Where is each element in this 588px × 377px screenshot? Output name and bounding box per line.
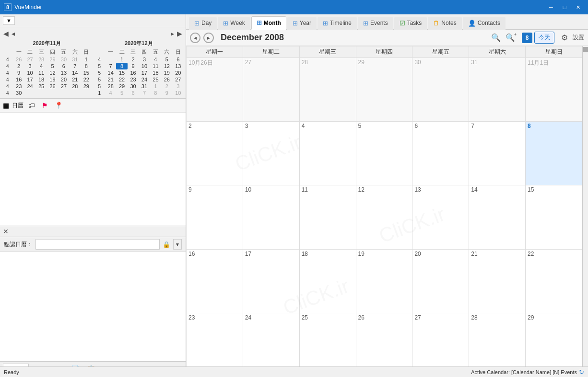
- calendar-title: December 2008: [221, 33, 284, 43]
- sidebar-close-btn[interactable]: ✕: [3, 228, 9, 235]
- week-num-header: [2, 48, 13, 56]
- day-tab-icon: ⊞: [194, 20, 200, 27]
- dow-fri: 五: [58, 48, 69, 56]
- col-sat: 星期六: [469, 46, 526, 58]
- calendar-area-inner: 星期一 星期二 星期三 星期四 星期五 星期六 星期日: [186, 46, 588, 377]
- minimize-button[interactable]: ─: [545, 2, 557, 12]
- table-row: 10月26日 27 28 29 30 31 11月1日: [187, 58, 582, 122]
- settings-btn[interactable]: ⚙: [560, 32, 569, 43]
- tab-timeline[interactable]: ⊞ Timeline: [318, 17, 357, 30]
- tasks-tab-label: Tasks: [407, 20, 422, 26]
- tasks-tab-icon: ☑: [400, 20, 405, 27]
- table-row: 9 10 11 12 13 14 15: [187, 185, 582, 249]
- tab-year[interactable]: ⊞ Year: [287, 17, 317, 30]
- tag-btn[interactable]: 🏷: [26, 101, 37, 110]
- zoom-in-btn[interactable]: 🔍+: [505, 32, 516, 43]
- mini-calendar-right: 2020年12月 一 二 三 四 五 六 日: [94, 40, 184, 96]
- week-tab-icon: ⊞: [223, 20, 228, 27]
- default-calendar-bar: 點認日曆： 🔒 ▼: [0, 237, 186, 251]
- notes-tab-icon: 🗒: [433, 20, 439, 27]
- month-tab-icon: ⊞: [257, 19, 262, 26]
- location-btn[interactable]: 📍: [53, 101, 65, 110]
- tab-bar: ⊞ Day ⊞ Week ⊞ Month ⊞ Year ⊞ Timeline ⊞…: [186, 14, 588, 30]
- default-cal-label: 點認日曆：: [4, 240, 33, 249]
- zoom-out-btn[interactable]: 🔍: [490, 32, 502, 43]
- statusbar-right-text: Active Calendar: [Calendar Name] [N] Eve…: [471, 369, 577, 375]
- app-title: VueMinder: [14, 4, 545, 11]
- cal-nav-prev-circle[interactable]: ◂: [190, 33, 200, 43]
- dow-mon: 一: [13, 48, 24, 56]
- dow-wed: 三: [35, 48, 47, 56]
- col-tue: 星期二: [243, 46, 299, 58]
- calendar-grid-icon: ▦: [3, 102, 9, 109]
- nav-next-btn[interactable]: ▸: [169, 29, 176, 38]
- contacts-tab-icon: 👤: [468, 20, 476, 27]
- tab-day[interactable]: ⊞ Day: [189, 17, 217, 30]
- titlebar: 8 VueMinder ─ □ ✕: [0, 0, 588, 14]
- week-tab-label: Week: [230, 20, 245, 26]
- calendar-main-list: [0, 251, 186, 361]
- events-tab-label: Events: [370, 20, 388, 26]
- cal-dropdown-btn[interactable]: ▼: [173, 239, 182, 250]
- sidebar-dropdown-btn[interactable]: ▼: [3, 16, 15, 25]
- year-tab-label: Year: [300, 20, 311, 26]
- tab-month[interactable]: ⊞ Month: [251, 16, 286, 30]
- calendar-wrapper: 星期一 星期二 星期三 星期四 星期五 星期六 星期日: [186, 46, 582, 377]
- today-num-badge: 8: [522, 33, 532, 43]
- maximize-button[interactable]: □: [558, 2, 571, 12]
- calendar-list-area: [0, 112, 186, 226]
- calendar-toolbar: ◂ ▸ December 2008 🔍 🔍+ 8 今天 ⚙ 設置: [186, 30, 588, 46]
- calendar-list-toolbar: ▦ 日曆 🏷 ⚑ 📍: [0, 98, 186, 112]
- nav-prev-prev-btn[interactable]: ◀: [2, 29, 10, 38]
- table-row: 2 3 4 5 6 7 8: [187, 122, 582, 185]
- mini-calendar-left: 2020年11月 一 二 三 四 五 六 日: [2, 40, 92, 96]
- app-icon: 8: [4, 3, 12, 11]
- statusbar: Ready Active Calendar: [Calendar Name] […: [0, 366, 588, 377]
- month-tab-label: Month: [264, 20, 281, 26]
- notes-tab-label: Notes: [441, 20, 456, 26]
- col-wed: 星期三: [299, 46, 356, 58]
- timeline-tab-label: Timeline: [330, 20, 352, 26]
- cal-nav-next-circle[interactable]: ▸: [203, 33, 214, 43]
- nav-next-next-btn[interactable]: ▶: [176, 29, 184, 38]
- today-btn[interactable]: 今天: [534, 32, 554, 44]
- table-row: 16 17 18 19 20 21 22: [187, 249, 582, 313]
- statusbar-left: Ready: [4, 369, 19, 375]
- nav-prev-btn[interactable]: ◂: [10, 29, 16, 38]
- col-mon: 星期一: [187, 46, 243, 58]
- tab-tasks[interactable]: ☑ Tasks: [394, 17, 427, 30]
- mini-cal-right-title: 2020年12月: [94, 40, 184, 47]
- day-tab-label: Day: [201, 20, 212, 26]
- dow-tue: 二: [24, 48, 35, 56]
- events-tab-icon: ⊞: [363, 20, 368, 27]
- statusbar-right: Active Calendar: [Calendar Name] [N] Eve…: [471, 368, 584, 376]
- flag-btn[interactable]: ⚑: [40, 101, 50, 110]
- timeline-tab-icon: ⊞: [323, 20, 328, 27]
- calendar-grid: 星期一 星期二 星期三 星期四 星期五 星期六 星期日: [186, 46, 582, 377]
- lock-btn[interactable]: 🔒: [163, 241, 170, 248]
- contacts-tab-label: Contacts: [478, 20, 500, 26]
- calendar-grid-container: 星期一 星期二 星期三 星期四 星期五 星期六 星期日: [186, 46, 582, 377]
- dow-sat: 六: [70, 48, 81, 56]
- right-area: ⊞ Day ⊞ Week ⊞ Month ⊞ Year ⊞ Timeline ⊞…: [186, 14, 588, 377]
- refresh-btn[interactable]: ↻: [579, 368, 584, 376]
- dow-thu: 四: [47, 48, 58, 56]
- tab-notes[interactable]: 🗒 Notes: [428, 17, 461, 30]
- col-fri: 星期五: [412, 46, 469, 58]
- default-cal-input[interactable]: [35, 239, 160, 250]
- mini-cal-left-title: 2020年11月: [2, 40, 92, 47]
- tab-week[interactable]: ⊞ Week: [218, 17, 250, 30]
- close-bar: ✕: [0, 226, 186, 237]
- settings-label: 設置: [573, 34, 584, 42]
- tab-events[interactable]: ⊞ Events: [358, 17, 393, 30]
- calendar-list-label: 日曆: [12, 102, 24, 110]
- year-tab-icon: ⊞: [293, 20, 298, 27]
- close-button[interactable]: ✕: [572, 2, 584, 12]
- week-num-header-r: [94, 48, 105, 56]
- dow-sun: 日: [81, 48, 92, 56]
- col-thu: 星期四: [356, 46, 412, 58]
- sidebar: ▼ ◀ ◂ ▸ ▶ 2020年11月 一: [0, 14, 186, 377]
- calendar-scrollbar[interactable]: [582, 46, 588, 377]
- tab-contacts[interactable]: 👤 Contacts: [463, 17, 506, 30]
- col-sun: 星期日: [526, 46, 582, 58]
